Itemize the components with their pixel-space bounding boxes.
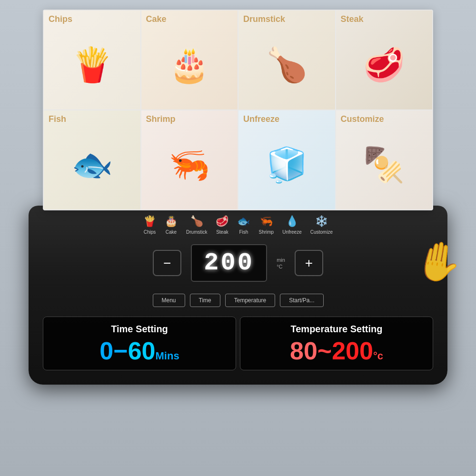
food-image-unfreeze (238, 110, 335, 209)
time-setting-value: 0−60Mins (53, 338, 226, 363)
mode-fish[interactable]: 🐟 Fish (237, 215, 250, 235)
food-label-customize: Customize (341, 114, 384, 124)
steak-icon: 🥩 (216, 215, 228, 228)
drumstick-icon-label: Drumstick (186, 229, 207, 235)
shrimp-icon: 🦐 (260, 215, 273, 228)
mode-drumstick[interactable]: 🍗 Drumstick (186, 215, 207, 235)
temp-tilde: ~ (317, 337, 332, 365)
bottom-info: Time Setting 0−60Mins Temperature Settin… (43, 317, 433, 370)
mode-icon-row: 🍟 Chips 🎂 Cake 🍗 Drumstick 🥩 Steak 🐟 Fis… (43, 215, 433, 235)
food-label-chips: Chips (49, 14, 72, 24)
unit-labels: min °C (277, 257, 285, 269)
food-cell-customize[interactable]: Customize (336, 110, 433, 210)
temp-start: 80 (290, 337, 317, 365)
time-dash: − (113, 337, 128, 365)
food-cell-shrimp[interactable]: Shrimp (141, 110, 238, 210)
unit-celsius: °C (277, 264, 285, 269)
food-image-chips (44, 10, 140, 109)
led-display-row: − 200 min °C + 🤚 (43, 244, 433, 282)
food-label-fish: Fish (49, 114, 66, 124)
unfreeze-icon-label: Unfreeze (282, 229, 302, 235)
temp-end: 200 (332, 337, 373, 365)
time-start: 0 (99, 337, 113, 365)
display-value: 200 (204, 249, 254, 277)
food-image-fish (44, 110, 140, 209)
cake-icon: 🎂 (165, 215, 178, 228)
decrement-button[interactable]: − (153, 250, 181, 276)
mode-chips[interactable]: 🍟 Chips (143, 215, 156, 235)
food-cell-drumstick[interactable]: Drumstick (238, 10, 336, 110)
temperature-setting-box: Temperature Setting 80~200°c (240, 317, 433, 370)
drumstick-icon: 🍗 (190, 215, 203, 228)
mode-unfreeze[interactable]: 💧 Unfreeze (282, 215, 302, 235)
food-image-steak (336, 10, 433, 109)
temperature-setting-value: 80~200°c (250, 338, 423, 363)
food-image-cake (141, 10, 238, 109)
time-button[interactable]: Time (190, 294, 220, 307)
chips-icon-label: Chips (144, 229, 156, 235)
time-setting-title: Time Setting (53, 324, 226, 335)
food-cell-chips[interactable]: Chips (43, 10, 141, 110)
mode-cake[interactable]: 🎂 Cake (165, 215, 178, 235)
plus-icon: + (305, 256, 313, 271)
food-label-shrimp: Shrimp (146, 114, 176, 124)
food-cell-fish[interactable]: Fish (43, 110, 141, 210)
time-unit: Mins (156, 350, 179, 362)
customize-icon-label: Customize (310, 229, 333, 235)
shrimp-icon-label: Shrimp (258, 229, 274, 235)
temperature-button[interactable]: Temperature (225, 294, 275, 307)
temp-unit: °c (373, 350, 383, 362)
chips-icon: 🍟 (143, 215, 156, 228)
fish-icon-label: Fish (239, 229, 248, 235)
hand-pointer: 🤚 (411, 236, 466, 288)
mode-shrimp[interactable]: 🦐 Shrimp (258, 215, 274, 235)
unfreeze-icon: 💧 (286, 215, 298, 228)
increment-button[interactable]: + (295, 250, 323, 276)
food-image-shrimp (141, 110, 238, 209)
mode-steak[interactable]: 🥩 Steak (216, 215, 228, 235)
steak-icon-label: Steak (216, 229, 228, 235)
food-cell-cake[interactable]: Cake (141, 10, 238, 110)
time-setting-box: Time Setting 0−60Mins (43, 317, 236, 370)
temperature-setting-title: Temperature Setting (250, 324, 423, 335)
main-background: Chips Cake Drumstick Steak Fish Shrimp U… (0, 0, 476, 476)
fish-icon: 🐟 (237, 215, 250, 228)
time-end: 60 (128, 337, 156, 365)
unit-min: min (277, 257, 285, 263)
minus-icon: − (163, 256, 171, 271)
cake-icon-label: Cake (166, 229, 177, 235)
menu-button[interactable]: Menu (153, 294, 185, 307)
mode-customize[interactable]: ❄️ Customize (310, 215, 333, 235)
customize-icon: ❄️ (315, 215, 328, 228)
food-label-steak: Steak (341, 14, 364, 24)
food-grid-panel: Chips Cake Drumstick Steak Fish Shrimp U… (43, 10, 433, 210)
food-cell-unfreeze[interactable]: Unfreeze (238, 110, 336, 210)
start-pause-button[interactable]: Start/Pa... (280, 294, 323, 307)
food-label-cake: Cake (146, 14, 167, 24)
control-panel: 🍟 Chips 🎂 Cake 🍗 Drumstick 🥩 Steak 🐟 Fis… (29, 206, 447, 385)
food-image-customize (336, 110, 433, 209)
food-label-drumstick: Drumstick (243, 14, 285, 24)
food-image-drumstick (238, 10, 335, 109)
food-label-unfreeze: Unfreeze (243, 114, 279, 124)
control-buttons-row: Menu Time Temperature Start/Pa... (43, 294, 433, 307)
food-cell-steak[interactable]: Steak (336, 10, 433, 110)
led-display: 200 (191, 244, 267, 282)
